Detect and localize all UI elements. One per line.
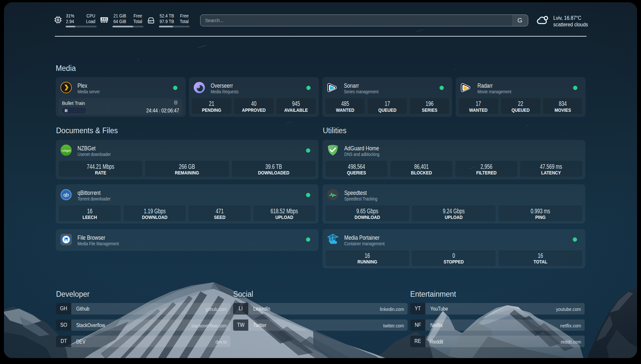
svg-text:nzbget: nzbget [61,149,71,152]
svg-text:qb: qb [63,192,69,197]
